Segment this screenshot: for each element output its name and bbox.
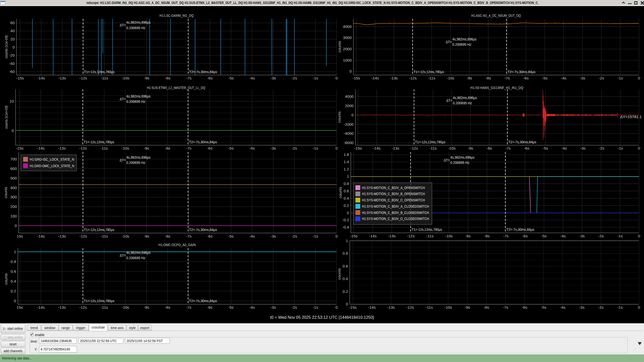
svg-text:-40: -40 (9, 61, 15, 66)
svg-text:-13s: -13s (58, 234, 66, 238)
svg-text:-2s: -2s (599, 146, 605, 150)
svg-text:H1:ASC-AS_A_DC_NSUM_OUT_DQ: H1:ASC-AS_A_DC_NSUM_OUT_DQ (471, 13, 521, 18)
svg-text:0.8: 0.8 (11, 259, 16, 264)
svg-text:-5s: -5s (541, 234, 547, 238)
svg-text:-15s: -15s (354, 146, 362, 150)
svg-text:-15s: -15s (16, 146, 23, 150)
svg-text:-6s: -6s (522, 305, 527, 309)
svg-text:0.6: 0.6 (343, 264, 348, 268)
svg-text:H1:SYS-MOTION_C_BDIV_A_OPENSWI: H1:SYS-MOTION_C_BDIV_A_OPENSWITCH (362, 186, 425, 190)
svg-text:-3s: -3s (579, 234, 585, 238)
svg-text:-11s: -11s (101, 146, 108, 150)
svg-text:-13s: -13s (58, 76, 66, 80)
svg-text:-9s: -9s (144, 146, 149, 150)
svg-text:H1:GRD-ISC_LOCK_STATE_N: H1:GRD-ISC_LOCK_STATE_N (30, 157, 74, 161)
svg-text:1: 1 (14, 250, 16, 254)
svg-text:0: 0 (12, 128, 14, 133)
svg-text:0.4: 0.4 (344, 196, 349, 200)
svg-text:T1=-12s,12ms,780µs: T1=-12s,12ms,780µs (84, 228, 114, 232)
svg-text:0: 0 (347, 211, 349, 215)
svg-text:0: 0 (335, 305, 338, 309)
svg-text:-4s: -4s (560, 305, 566, 309)
svg-text:-6s: -6s (207, 76, 213, 80)
svg-text:-5s: -5s (228, 146, 234, 150)
svg-text:-12s: -12s (79, 234, 87, 238)
svg-text:-12s: -12s (79, 305, 87, 309)
svg-text:-3s: -3s (579, 305, 585, 309)
svg-text:0: 0 (638, 234, 640, 238)
svg-text:ΔT=: ΔT= (120, 158, 126, 162)
svg-text:H1:GRD-OMC_LOCK_STATE_N: H1:GRD-OMC_LOCK_STATE_N (30, 164, 74, 168)
svg-text:counts: counts (337, 268, 341, 280)
svg-text:-10s: -10s (122, 76, 129, 80)
svg-text:-9s: -9s (467, 76, 472, 80)
svg-text:-15s: -15s (349, 305, 356, 309)
svg-text:ΔY=15781.1: ΔY=15781.1 (620, 115, 642, 119)
svg-text:-0.2: -0.2 (342, 218, 349, 222)
svg-text:-14s: -14s (371, 76, 379, 80)
svg-text:100: 100 (10, 214, 17, 218)
svg-text:-11s: -11s (426, 234, 433, 238)
svg-text:counts: counts (4, 273, 8, 285)
svg-text:-11s: -11s (428, 76, 435, 80)
svg-text:2000: 2000 (345, 104, 354, 108)
svg-text:0: 0 (351, 113, 354, 117)
svg-text:H1:SYS-MOTION_C_BDIV_D_OPENSWI: H1:SYS-MOTION_C_BDIV_D_OPENSWITCH (362, 198, 425, 202)
svg-text:-3s: -3s (270, 146, 276, 150)
svg-text:0: 0 (346, 302, 348, 306)
svg-text:4s,982ms,696µs: 4s,982ms,696µs (126, 155, 150, 159)
svg-text:-3s: -3s (580, 76, 585, 80)
svg-text:H1:SYS-MOTION_C_BDIV_A_CLOSEDS: H1:SYS-MOTION_C_BDIV_A_CLOSEDSWITCH (362, 204, 429, 208)
svg-text:20: 20 (10, 37, 15, 41)
svg-text:2000: 2000 (343, 47, 352, 51)
svg-text:H1:LSC-DARM_IN1_DQ: H1:LSC-DARM_IN1_DQ (159, 13, 194, 18)
svg-text:1.2: 1.2 (344, 167, 349, 171)
svg-text:60: 60 (10, 21, 15, 25)
svg-text:0.6: 0.6 (344, 189, 349, 193)
svg-text:-13s: -13s (58, 305, 66, 309)
svg-text:T1=-12s,12ms,780µs: T1=-12s,12ms,780µs (84, 70, 114, 74)
svg-text:-9s: -9s (468, 146, 473, 150)
svg-text:ΔT=: ΔT= (120, 253, 126, 257)
svg-text:0.200695 Hz: 0.200695 Hz (126, 26, 145, 30)
svg-text:-5s: -5s (543, 146, 548, 150)
svg-text:-15s: -15s (16, 76, 24, 80)
svg-text:-4s: -4s (249, 305, 255, 309)
svg-text:15s: 15s (17, 305, 23, 309)
svg-text:10: 10 (10, 99, 14, 103)
svg-text:0: 0 (638, 146, 640, 150)
svg-text:-4s: -4s (249, 234, 255, 238)
svg-text:-1s: -1s (313, 146, 318, 150)
svg-text:H1:SUS-ETMX_L2_MASTER_OUT_LL_D: H1:SUS-ETMX_L2_MASTER_OUT_LL_DQ (147, 85, 205, 90)
svg-text:4s,982ms,696µs: 4s,982ms,696µs (452, 37, 476, 41)
svg-text:-5s: -5s (228, 76, 234, 80)
svg-text:-10s: -10s (122, 305, 129, 309)
svg-text:-8s: -8s (484, 234, 490, 238)
svg-text:-11s: -11s (101, 234, 108, 238)
svg-text:0: 0 (335, 146, 338, 150)
svg-text:-5s: -5s (228, 234, 234, 238)
svg-text:H1:SYS-MOTION_C_BDIV_B_OPENSWI: H1:SYS-MOTION_C_BDIV_B_OPENSWITCH (362, 192, 425, 196)
svg-text:500: 500 (10, 176, 17, 180)
svg-text:0.6: 0.6 (11, 269, 16, 274)
svg-text:0.2: 0.2 (343, 289, 348, 294)
svg-text:-2s: -2s (292, 234, 297, 238)
svg-text:-1s: -1s (618, 76, 623, 80)
svg-text:-12s: -12s (411, 146, 418, 150)
svg-text:-2s: -2s (598, 234, 604, 238)
svg-text:-13s: -13s (390, 76, 398, 80)
svg-text:-9s: -9s (465, 305, 470, 309)
svg-text:ΔT=: ΔT= (446, 40, 452, 44)
svg-text:0: 0 (335, 76, 338, 80)
svg-text:counts: counts (337, 41, 342, 53)
svg-text:T2=-7s,30ms,84µs: T2=-7s,30ms,84µs (189, 299, 217, 303)
svg-text:ΔT=: ΔT= (120, 23, 126, 27)
svg-text:T2=-7s,30ms,84µs: T2=-7s,30ms,84µs (508, 70, 536, 74)
svg-text:-13s: -13s (392, 146, 399, 150)
svg-text:counts: counts (4, 187, 8, 198)
svg-text:T1=-12s,12ms,780µs: T1=-12s,12ms,780µs (412, 227, 442, 232)
svg-text:-8s: -8s (165, 305, 170, 309)
svg-text:-4s: -4s (249, 146, 255, 150)
svg-text:counts: counts (337, 111, 341, 123)
svg-text:1.4: 1.4 (344, 160, 349, 164)
